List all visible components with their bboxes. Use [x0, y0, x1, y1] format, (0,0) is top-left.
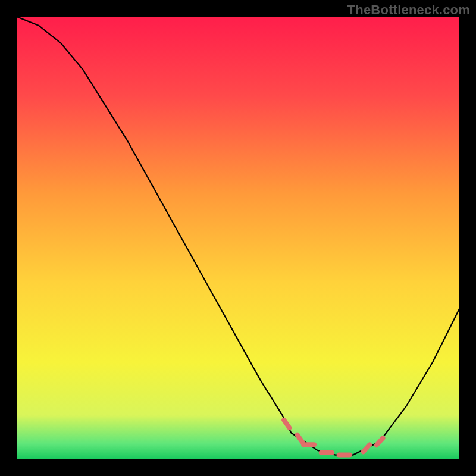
plot-area — [17, 17, 459, 459]
valley-markers — [17, 17, 459, 459]
svg-line-6 — [363, 444, 369, 452]
svg-line-7 — [377, 438, 383, 445]
svg-line-2 — [298, 435, 303, 443]
watermark-text: TheBottleneck.com — [347, 2, 470, 18]
svg-line-1 — [284, 420, 289, 428]
chart-stage: TheBottleneck.com — [0, 0, 476, 476]
